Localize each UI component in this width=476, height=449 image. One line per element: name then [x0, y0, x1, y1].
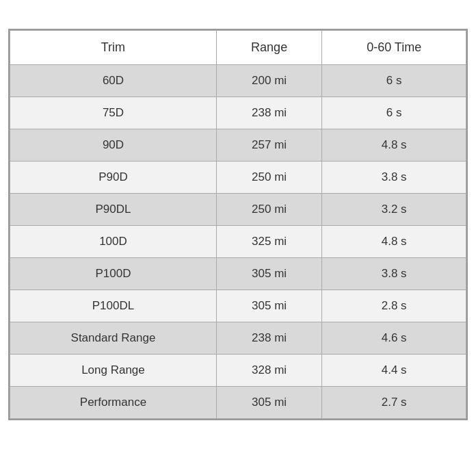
header-range: Range: [216, 31, 321, 65]
table-row: Long Range328 mi4.4 s: [10, 355, 466, 387]
table-row: 90D257 mi4.8 s: [10, 129, 466, 162]
cell-trim: Standard Range: [10, 322, 217, 355]
performance-table-container: Trim Range 0-60 Time 60D200 mi6 s75D238 …: [8, 29, 468, 420]
cell-range: 305 mi: [216, 258, 321, 290]
table-row: P100D305 mi3.8 s: [10, 258, 466, 290]
table-row: 60D200 mi6 s: [10, 65, 466, 97]
cell-range: 238 mi: [216, 322, 321, 355]
table-row: P90D250 mi3.8 s: [10, 162, 466, 194]
table-row: P90DL250 mi3.2 s: [10, 194, 466, 226]
cell-range: 200 mi: [216, 65, 321, 97]
cell-trim: 90D: [10, 129, 217, 162]
cell-time: 6 s: [322, 65, 466, 97]
cell-trim: 100D: [10, 226, 217, 258]
cell-time: 4.4 s: [322, 355, 466, 387]
cell-range: 250 mi: [216, 162, 321, 194]
cell-trim: Performance: [10, 387, 217, 419]
cell-trim: 75D: [10, 97, 217, 129]
cell-trim: P90D: [10, 162, 217, 194]
cell-time: 4.6 s: [322, 322, 466, 355]
cell-time: 2.7 s: [322, 387, 466, 419]
cell-trim: P90DL: [10, 194, 217, 226]
performance-table: Trim Range 0-60 Time 60D200 mi6 s75D238 …: [10, 30, 466, 419]
cell-range: 305 mi: [216, 290, 321, 322]
table-header: Trim Range 0-60 Time: [10, 31, 466, 65]
cell-trim: 60D: [10, 65, 217, 97]
cell-range: 250 mi: [216, 194, 321, 226]
cell-range: 238 mi: [216, 97, 321, 129]
cell-time: 4.8 s: [322, 226, 466, 258]
cell-time: 6 s: [322, 97, 466, 129]
table-row: 75D238 mi6 s: [10, 97, 466, 129]
cell-range: 257 mi: [216, 129, 321, 162]
cell-range: 305 mi: [216, 387, 321, 419]
cell-range: 325 mi: [216, 226, 321, 258]
header-row: Trim Range 0-60 Time: [10, 31, 466, 65]
cell-time: 2.8 s: [322, 290, 466, 322]
cell-time: 3.8 s: [322, 258, 466, 290]
table-body: 60D200 mi6 s75D238 mi6 s90D257 mi4.8 sP9…: [10, 65, 466, 419]
table-row: 100D325 mi4.8 s: [10, 226, 466, 258]
cell-time: 4.8 s: [322, 129, 466, 162]
cell-range: 328 mi: [216, 355, 321, 387]
table-row: P100DL305 mi2.8 s: [10, 290, 466, 322]
cell-time: 3.8 s: [322, 162, 466, 194]
header-time: 0-60 Time: [322, 31, 466, 65]
cell-trim: P100DL: [10, 290, 217, 322]
cell-trim: P100D: [10, 258, 217, 290]
cell-time: 3.2 s: [322, 194, 466, 226]
table-row: Standard Range238 mi4.6 s: [10, 322, 466, 355]
table-row: Performance305 mi2.7 s: [10, 387, 466, 419]
cell-trim: Long Range: [10, 355, 217, 387]
header-trim: Trim: [10, 31, 217, 65]
